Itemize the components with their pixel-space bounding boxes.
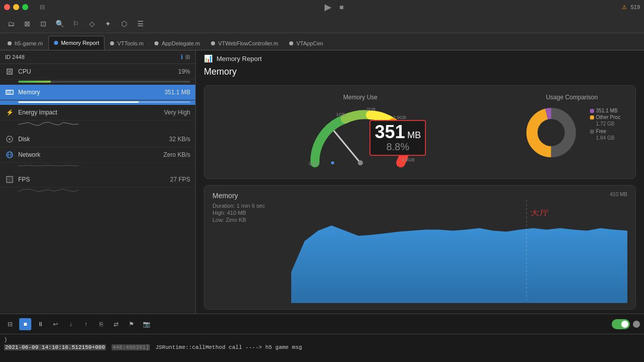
folder-btn[interactable]: 🗂 — [4, 18, 18, 30]
chart-area: 410 MB 大厅 — [291, 192, 627, 303]
tab-appdelegate[interactable]: AppDelegate.m — [149, 36, 205, 50]
chart-meta: Memory Duration: 1 min 6 sec High: 410 M… — [212, 192, 283, 303]
sidebar-info-icon[interactable]: ℹ — [181, 53, 183, 61]
bottom-copy-btn[interactable]: ⎘ — [95, 318, 107, 330]
target-btn[interactable]: ⊠ — [20, 18, 34, 30]
svg-rect-2 — [6, 90, 13, 94]
memory-use-gauge: Memory Use — [212, 94, 508, 170]
svg-point-7 — [9, 138, 11, 140]
svg-point-16 — [358, 160, 363, 165]
main-layout: ID 2448 ℹ ⊞ CPU 19% — [0, 50, 644, 314]
maximize-button[interactable] — [22, 4, 28, 10]
tab-memreport[interactable]: Memory Report — [48, 36, 105, 50]
process-id: ID 2448 — [5, 54, 25, 60]
svg-text:大厅: 大厅 — [530, 209, 549, 217]
list-btn[interactable]: ☰ — [133, 18, 147, 30]
content-header: 📊 Memory Report — [196, 50, 644, 63]
sidebar-item-network[interactable]: Network Zero KB/s — [0, 147, 195, 163]
memory-chart-section: Memory Duration: 1 min 6 sec High: 410 M… — [204, 185, 636, 310]
network-icon — [5, 150, 14, 159]
network-chart-mini — [0, 163, 195, 172]
titlebar-icons: ⊟ — [38, 3, 46, 11]
bottom-pause-btn[interactable]: ⏸ — [34, 318, 46, 330]
bottom-up-btn[interactable]: ↑ — [80, 318, 92, 330]
content-icon: 📊 — [204, 54, 212, 63]
close-button[interactable] — [4, 4, 10, 10]
console-log-line: 2021-06-09 14:10:16.512159+080 448:46636… — [4, 344, 640, 351]
usage-comparison: Usage Comparison — [516, 94, 627, 170]
bottombar: ⊟ ■ ⏸ ↩ ↓ ↑ ⎘ ⇄ ⚑ 📷 — [0, 314, 644, 334]
svg-text:2.9GB: 2.9GB — [393, 115, 406, 120]
console-brace: } — [4, 336, 640, 344]
other-value: 1.72 GB — [596, 121, 620, 127]
bottom-transfer-btn[interactable]: ⇄ — [110, 318, 122, 330]
minimize-button[interactable] — [13, 4, 19, 10]
sidebar-item-disk[interactable]: Disk 32 KB/s — [0, 132, 195, 147]
bookmark-btn[interactable]: ✦ — [101, 18, 115, 30]
tab-vtwebflow[interactable]: VTWebFlowController.m — [205, 36, 284, 50]
sidebar-item-memory[interactable]: Memory 351.1 MB — [0, 85, 195, 105]
sidebar-toggle-icon[interactable]: ⊟ — [38, 3, 46, 11]
toggle-knob — [621, 321, 628, 328]
bottom-down-btn[interactable]: ↓ — [65, 318, 77, 330]
titlebar: ⊟ ▶ ■ ⚠ 519 — [0, 0, 644, 14]
svg-line-15 — [334, 131, 360, 163]
stop-button[interactable]: ■ — [340, 3, 344, 11]
bottom-return-btn[interactable]: ↩ — [49, 318, 62, 330]
traffic-lights — [4, 4, 28, 10]
toolbar: 🗂 ⊠ ⊡ 🔍 ⚐ ◇ ✦ ⬡ ☰ — [0, 14, 644, 33]
content-body: Memory Memory Use — [196, 63, 644, 314]
marker-btn[interactable]: ◇ — [85, 18, 99, 30]
toggle-light — [633, 321, 640, 328]
search-btn[interactable]: 🔍 — [52, 18, 67, 30]
callout-btn[interactable]: ⬡ — [117, 18, 131, 30]
free-value: 1.84 GB — [596, 135, 620, 141]
console-message: JSRuntime::callMethod call ----> h5 game… — [155, 344, 302, 350]
bottom-layout-btn[interactable]: ⊟ — [4, 318, 16, 330]
svg-point-22 — [331, 161, 334, 164]
svg-text:2GB: 2GB — [366, 107, 375, 112]
cpu-icon — [5, 67, 14, 76]
play-button[interactable]: ▶ — [325, 2, 332, 13]
sidebar-item-cpu[interactable]: CPU 19% — [0, 64, 195, 85]
tab-h5game[interactable]: h5-game.m — [2, 36, 48, 50]
bottom-active-btn[interactable]: ■ — [19, 318, 31, 330]
svg-marker-28 — [291, 225, 627, 303]
sidebar-item-energy[interactable]: ⚡ Energy Impact Very High — [0, 105, 195, 120]
bottom-camera-btn[interactable]: 📷 — [140, 318, 152, 330]
svg-point-27 — [538, 119, 564, 146]
memory-chart-svg: 大厅 — [291, 200, 627, 303]
energy-chart-mini — [0, 120, 195, 132]
energy-icon: ⚡ — [5, 108, 14, 117]
sidebar-menu-icon[interactable]: ⊞ — [185, 53, 190, 61]
console-area: } 2021-06-09 14:10:16.512159+080 448:466… — [0, 334, 644, 362]
flag-btn[interactable]: ⚐ — [69, 18, 83, 30]
fps-chart-mini — [0, 188, 195, 199]
memory-gauge-row: Memory Use — [204, 85, 636, 179]
warning-icon: ⚠ — [622, 4, 627, 11]
content-area: 📊 Memory Report Memory Memory Use — [196, 50, 644, 314]
svg-rect-1 — [8, 70, 11, 73]
memory-icon — [5, 88, 14, 97]
svg-text:1GB: 1GB — [336, 112, 345, 117]
warning-count: 519 — [631, 4, 640, 10]
bottom-flag-btn[interactable]: ⚑ — [125, 318, 137, 330]
cpu-bar — [0, 80, 195, 85]
tab-vtappcen[interactable]: VTAppCen — [284, 36, 329, 50]
disk-icon — [5, 135, 14, 144]
donut-chart — [523, 105, 584, 165]
instrument-btn[interactable]: ⊡ — [36, 18, 50, 30]
usage-legend: 351.1 MB Other Proc 1.72 GB Free — [590, 108, 620, 141]
console-callid: 448:466361] — [112, 344, 150, 350]
sidebar: ID 2448 ℹ ⊞ CPU 19% — [0, 50, 196, 314]
fps-icon — [5, 175, 14, 184]
bottom-toggle[interactable] — [612, 319, 630, 329]
console-timestamp: 2021-06-09 14:10:16.512159+080 — [4, 344, 106, 350]
tabbar: h5-game.m Memory Report VTTools.m AppDel… — [0, 33, 644, 50]
svg-text:3.9GB: 3.9GB — [402, 157, 415, 162]
svg-text:0GB: 0GB — [309, 161, 318, 166]
gauge-value-box: 351 MB 8.8% — [369, 120, 426, 156]
tab-vttools[interactable]: VTTools.m — [104, 36, 149, 50]
sidebar-header: ID 2448 ℹ ⊞ — [0, 50, 195, 64]
sidebar-item-fps[interactable]: FPS 27 FPS — [0, 172, 195, 188]
